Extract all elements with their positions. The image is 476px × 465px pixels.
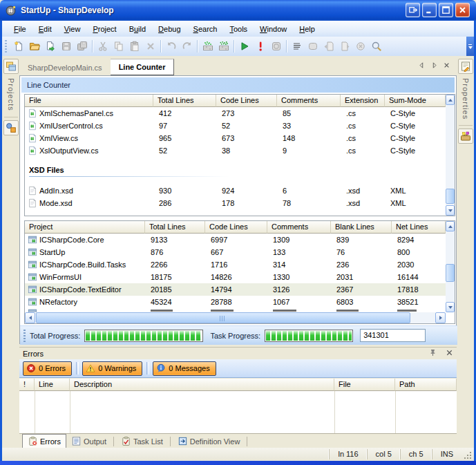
clear-bookmarks-icon bbox=[355, 41, 366, 52]
table-row[interactable]: WinFormsUI18175148261330203116144 bbox=[25, 271, 455, 283]
float-button[interactable] bbox=[406, 3, 420, 17]
column-header-line[interactable]: Line bbox=[35, 379, 70, 391]
projects-vertical-scrollbar[interactable] bbox=[446, 221, 455, 312]
pin-button[interactable] bbox=[425, 348, 437, 359]
projects-horizontal-scrollbar[interactable] bbox=[25, 312, 446, 323]
scrollbar-thumb[interactable] bbox=[446, 189, 455, 204]
column-header-total-lines[interactable]: Total Lines bbox=[153, 95, 216, 107]
message-badge-icon bbox=[156, 363, 166, 373]
panel-close-button[interactable] bbox=[441, 348, 454, 359]
document-tab-line-counter[interactable]: Line Counter bbox=[111, 59, 175, 75]
cell: 76 bbox=[331, 248, 392, 256]
cell: 6997 bbox=[205, 236, 267, 244]
scroll-down-button[interactable] bbox=[446, 302, 455, 312]
sidebar-tab-secondary[interactable] bbox=[3, 120, 19, 135]
column-header-comments[interactable]: Comments bbox=[277, 95, 341, 107]
menu-project[interactable]: Project bbox=[86, 23, 122, 35]
column-header-blank-lines[interactable]: Blank Lines bbox=[331, 221, 392, 234]
bottom-tab-task-list[interactable]: Task List bbox=[116, 435, 168, 448]
tab-prev-button[interactable] bbox=[417, 60, 426, 70]
column-header-code-lines[interactable]: Code Lines bbox=[216, 95, 277, 107]
cell: 930 bbox=[153, 187, 216, 195]
stop-icon bbox=[271, 41, 282, 52]
bookmark-list-icon[interactable] bbox=[289, 39, 305, 55]
search-icon[interactable] bbox=[368, 39, 384, 55]
table-row[interactable]: XmlView.cs965673148.csC-Style bbox=[25, 132, 455, 144]
rebuild-icon[interactable] bbox=[216, 39, 231, 55]
scroll-down-button[interactable] bbox=[446, 205, 455, 216]
scroll-up-button[interactable] bbox=[446, 221, 455, 231]
table-row[interactable]: ICSharpCode.TextEditor201851479431262367… bbox=[25, 283, 455, 296]
filter-button-0-warnings[interactable]: 0 Warnings bbox=[82, 361, 142, 376]
cell: 924 bbox=[216, 187, 277, 195]
menu-file[interactable]: File bbox=[8, 23, 32, 35]
sidebar-divider bbox=[4, 117, 18, 117]
table-row[interactable]: XmlUserControl.cs975233.csC-Style bbox=[25, 120, 455, 132]
run-icon[interactable] bbox=[236, 39, 252, 55]
scrollbar-thumb[interactable] bbox=[446, 264, 455, 282]
cell: .xsd bbox=[341, 199, 385, 207]
scroll-left-button[interactable] bbox=[25, 312, 35, 323]
column-header-path[interactable]: Path bbox=[395, 379, 457, 391]
files-vertical-scrollbar[interactable] bbox=[446, 95, 455, 216]
open-icon[interactable] bbox=[26, 39, 42, 55]
close-button[interactable] bbox=[455, 3, 470, 17]
sidebar-tab-properties[interactable] bbox=[458, 59, 473, 74]
scroll-right-button[interactable] bbox=[435, 312, 446, 323]
filter-button-0-errors[interactable]: 0 Errors bbox=[23, 361, 72, 376]
table-row[interactable]: ICSharpCode.Build.Tasks22661716314236203… bbox=[25, 258, 455, 271]
abort-icon[interactable] bbox=[252, 39, 268, 55]
document-tab-sharpdevelopmain-cs[interactable]: SharpDevelopMain.cs bbox=[19, 60, 111, 75]
sidebar-tab-projects[interactable] bbox=[3, 59, 19, 74]
resize-grip[interactable] bbox=[463, 450, 473, 460]
table-row[interactable]: XmlSchemasPanel.cs41227385.csC-Style bbox=[25, 107, 455, 120]
table-row[interactable]: StartUp87666713376800 bbox=[25, 246, 455, 258]
bottom-tab-definition-view[interactable]: Definition View bbox=[173, 435, 245, 448]
column-header-[interactable]: ! bbox=[19, 379, 35, 391]
save-as-icon[interactable] bbox=[42, 39, 58, 55]
bottom-tab-errors[interactable]: Errors bbox=[22, 434, 66, 448]
tab-close-button[interactable] bbox=[441, 60, 451, 70]
toolbar-grip[interactable] bbox=[5, 40, 7, 53]
menu-edit[interactable]: Edit bbox=[32, 23, 58, 35]
column-indicator: col 5 bbox=[367, 449, 400, 459]
column-header-description[interactable]: Description bbox=[70, 379, 334, 391]
table-row[interactable]: Mode.xsd28617878.xsdXML bbox=[25, 197, 455, 209]
table-row[interactable]: AddIn.xsd9309246.xsdXML bbox=[25, 184, 455, 197]
progress-band-grip[interactable] bbox=[23, 330, 26, 342]
column-header-code-lines[interactable]: Code Lines bbox=[205, 221, 267, 234]
status-bar: ln 116col 5ch 5INS bbox=[2, 448, 474, 461]
menu-search[interactable]: Search bbox=[187, 23, 224, 35]
bottom-tab-output[interactable]: Output bbox=[66, 435, 111, 448]
scrollbar-thumb[interactable] bbox=[36, 312, 410, 323]
menu-debug[interactable]: Debug bbox=[152, 23, 187, 35]
menu-tools[interactable]: Tools bbox=[223, 23, 254, 35]
menu-view[interactable]: View bbox=[58, 23, 87, 35]
toolbox-icon bbox=[460, 131, 471, 142]
stop-icon bbox=[268, 39, 284, 55]
column-header-comments[interactable]: Comments bbox=[267, 221, 331, 234]
menu-build[interactable]: Build bbox=[123, 23, 152, 35]
column-header-extension[interactable]: Extension bbox=[341, 95, 385, 107]
table-row[interactable]: NRefactory45324287881067680338521 bbox=[25, 296, 455, 308]
toolbar-overflow-button[interactable] bbox=[466, 37, 474, 56]
column-header-total-lines[interactable]: Total Lines bbox=[145, 221, 205, 234]
new-file-icon[interactable] bbox=[10, 39, 26, 55]
column-header-file[interactable]: File bbox=[25, 95, 153, 107]
filter-button-0-messages[interactable]: 0 Messages bbox=[153, 361, 216, 376]
title-bar[interactable]: StartUp - SharpDevelop bbox=[0, 0, 476, 21]
table-row[interactable]: XslOutputView.cs52389.csC-Style bbox=[25, 144, 455, 157]
column-header-sum-mode[interactable]: Sum-Mode bbox=[385, 95, 446, 107]
table-row[interactable]: ICSharpCode.Core9133699713098398294 bbox=[25, 234, 455, 246]
minimize-button[interactable] bbox=[422, 3, 437, 17]
tab-next-button[interactable] bbox=[429, 60, 439, 70]
build-icon[interactable] bbox=[200, 39, 216, 55]
scroll-up-button[interactable] bbox=[446, 95, 455, 105]
column-header-net-lines[interactable]: Net Lines bbox=[392, 221, 446, 234]
sidebar-tab-secondary[interactable] bbox=[458, 129, 473, 144]
menu-window[interactable]: Window bbox=[254, 23, 293, 35]
menu-help[interactable]: Help bbox=[293, 23, 321, 35]
column-header-file[interactable]: File bbox=[334, 379, 395, 391]
maximize-button[interactable] bbox=[439, 3, 453, 17]
column-header-project[interactable]: Project bbox=[25, 221, 145, 234]
